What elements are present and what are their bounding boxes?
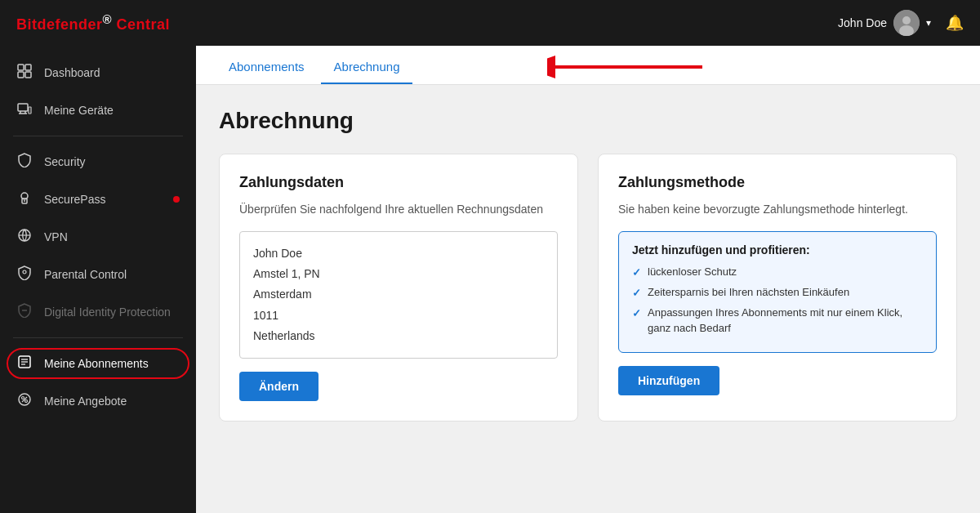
page-title: Abrechnung [219,108,957,134]
svg-point-25 [25,400,28,403]
svg-point-17 [23,270,26,274]
svg-rect-3 [18,65,24,70]
security-icon [16,153,33,171]
notification-bell-icon[interactable]: 🔔 [946,14,964,32]
page-content: Abrechnung Zahlungsdaten Überprüfen Sie … [196,85,980,513]
vpn-icon [16,228,33,246]
check-icon-2: ✓ [632,286,641,301]
address-line-4: 1011 [253,306,544,326]
svg-rect-4 [25,65,31,70]
hinzufuegen-button[interactable]: Hinzufügen [618,366,719,395]
zahlungsmethode-card: Zahlungsmethode Sie haben keine bevorzug… [598,154,957,422]
sidebar-item-security[interactable]: Security [0,143,196,181]
check-icon-3: ✓ [632,306,641,321]
zahlungsdaten-subtitle: Überprüfen Sie nachfolgend Ihre aktuelle… [239,201,558,218]
svg-point-24 [22,397,24,399]
benefit-item-2: ✓ Zeitersparnis bei Ihren nächsten Einkä… [632,285,923,301]
zahlungsmethode-subtitle: Sie haben keine bevorzugte Zahlungsmetho… [618,201,937,218]
sidebar-label-security: Security [44,155,86,168]
sidebar-label-dashboard: Dashboard [44,66,100,79]
logo-product: Central [117,16,171,33]
sidebar-item-dashboard[interactable]: Dashboard [0,54,196,91]
chevron-down-icon[interactable]: ▾ [926,17,931,29]
address-line-3: Amsterdam [253,284,544,305]
sidebar-item-meine-abonnements[interactable]: Meine Abonnements [0,345,196,382]
sidebar-item-meine-angebote[interactable]: Meine Angebote [0,382,196,420]
aendern-button[interactable]: Ändern [239,372,318,401]
check-icon-1: ✓ [632,265,641,280]
benefit-label-2: Zeitersparnis bei Ihren nächsten Einkäuf… [648,285,849,300]
sidebar-label-meine-geraete: Meine Geräte [44,104,114,117]
meine-angebote-icon [16,392,33,410]
address-line-5: Netherlands [253,326,544,346]
benefit-label-3: Anpassungen Ihres Abonnements mit nur ei… [648,306,923,335]
benefit-label-1: lückenloser Schutz [648,265,737,279]
address-line-2: Amstel 1, PN [253,264,544,284]
dashboard-icon [16,64,33,82]
sidebar-item-securepass[interactable]: SecurePass [0,181,196,218]
tab-abonnements[interactable]: Abonnements [216,51,318,84]
sidebar-item-meine-geraete[interactable]: Meine Geräte [0,91,196,129]
tab-abrechnung[interactable]: Abrechnung [321,51,413,84]
address-line-1: John Doe [253,243,544,264]
svg-rect-7 [18,104,28,111]
sidebar-label-vpn: VPN [44,230,68,243]
svg-rect-6 [25,72,31,78]
user-menu[interactable]: John Doe ▾ [838,10,931,36]
sidebar-item-vpn[interactable]: VPN [0,218,196,256]
svg-rect-11 [29,107,31,114]
sidebar-label-digital-identity: Digital Identity Protection [44,306,171,319]
zahlungsmethode-title: Zahlungsmethode [618,174,937,191]
benefit-box-title: Jetzt hinzufügen und profitieren: [632,243,923,256]
sidebar-label-meine-angebote: Meine Angebote [44,395,127,408]
sidebar-item-parental-control[interactable]: Parental Control [0,256,196,293]
avatar [893,10,920,36]
tabs-bar: Abonnements Abrechnung [196,46,980,85]
benefit-item-3: ✓ Anpassungen Ihres Abonnements mit nur … [632,306,923,335]
arrow-annotation [547,52,710,82]
sidebar: Dashboard Meine Geräte Security [0,46,196,513]
digital-identity-icon [16,303,33,321]
sidebar-label-securepass: SecurePass [44,193,105,206]
securepass-icon [16,190,33,208]
svg-point-1 [902,16,911,25]
sidebar-label-parental-control: Parental Control [44,268,127,281]
parental-control-icon [16,265,33,283]
logo-text: Bitdefender [16,16,103,33]
address-box: John Doe Amstel 1, PN Amsterdam 1011 Net… [239,231,558,359]
benefit-box: Jetzt hinzufügen und profitieren: ✓ lück… [618,231,937,353]
sidebar-label-meine-abonnements: Meine Abonnements [44,357,149,370]
securepass-dot-indicator [173,196,180,203]
zahlungsdaten-card: Zahlungsdaten Überprüfen Sie nachfolgend… [219,154,578,422]
layout: Dashboard Meine Geräte Security [0,46,980,513]
svg-rect-5 [18,72,24,78]
username: John Doe [838,16,887,29]
sidebar-divider-1 [13,136,183,136]
meine-abonnements-icon [16,355,33,372]
logo: Bitdefender® Central [16,12,170,33]
header: Bitdefender® Central John Doe ▾ 🔔 [0,0,980,46]
zahlungsdaten-title: Zahlungsdaten [239,174,558,191]
sidebar-item-digital-identity[interactable]: Digital Identity Protection [0,293,196,331]
logo-reg: ® [103,12,113,26]
devices-icon [16,101,33,119]
header-right: John Doe ▾ 🔔 [838,10,964,36]
benefit-item-1: ✓ lückenloser Schutz [632,265,923,280]
sidebar-divider-2 [13,337,183,338]
main-content: Abonnements Abrechnung Abrechnung [196,46,980,513]
cards-row: Zahlungsdaten Überprüfen Sie nachfolgend… [219,154,957,422]
